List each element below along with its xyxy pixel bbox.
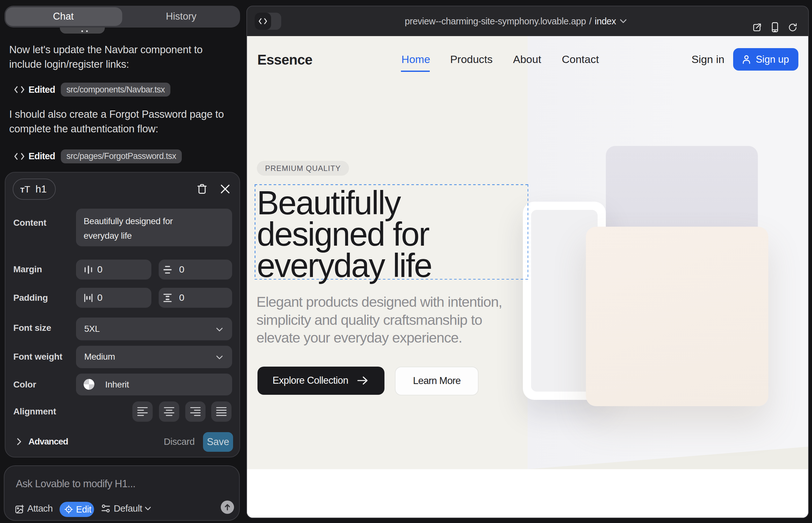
svg-text:T: T (24, 185, 30, 194)
svg-text:T: T (20, 186, 25, 194)
